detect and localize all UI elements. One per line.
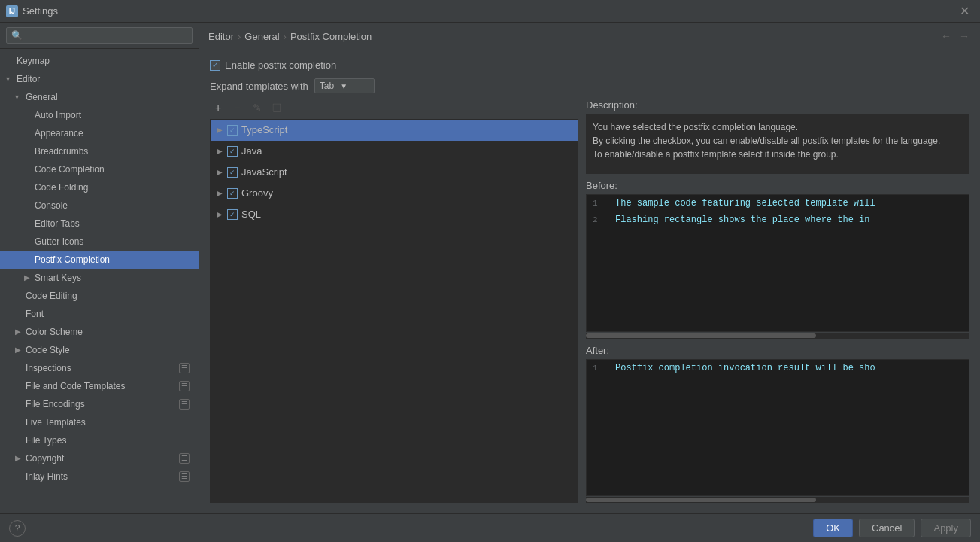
chevron-icon: ▶ [15,343,24,358]
sidebar-item-smart-keys[interactable]: ▶Smart Keys [0,269,199,287]
sidebar-label: Breadcrumbs [35,144,88,159]
sidebar-item-appearance[interactable]: Appearance [0,124,199,142]
after-section: After: 1 Postfix completion invocation r… [586,345,969,504]
lang-checkbox[interactable]: ✓ [227,146,238,157]
sidebar-label: Editor Tabs [35,216,80,231]
enable-row: Enable postfix completion [210,59,969,71]
sidebar-label: Appearance [35,126,83,141]
lang-name: Groovy [241,185,273,202]
sidebar-label: Editor [17,72,40,87]
sidebar-label: Keymap [17,53,50,69]
sidebar-label: Copyright [26,451,64,466]
sidebar-item-code-completion[interactable]: Code Completion [0,160,199,178]
before-section: Before: 1 The sample code featuring sele… [586,180,969,339]
main-split: + − ✎ ❑ ▶✓TypeScript▶✓Java▶✓JavaScript▶✓… [199,99,980,513]
edit-button[interactable]: ✎ [249,99,265,116]
right-panel: Description: You have selected the postf… [586,99,969,503]
sidebar-item-inlay-hints[interactable]: Inlay Hints☰ [0,467,199,486]
enable-checkbox[interactable] [210,60,220,71]
expand-selected: Tab [320,81,334,91]
before-scrollbar-thumb [586,333,816,338]
sidebar-item-file-types[interactable]: File Types [0,431,199,449]
sidebar-item-code-folding[interactable]: Code Folding [0,178,199,196]
sidebar-item-keymap[interactable]: Keymap [0,52,199,70]
lang-checkbox[interactable]: ✓ [227,188,238,199]
expand-dropdown[interactable]: Tab ▼ [314,78,375,93]
apply-button[interactable]: Apply [921,519,971,537]
lang-name: JavaScript [241,164,287,181]
lang-chevron-icon: ▶ [217,143,227,160]
sidebar-item-code-style[interactable]: ▶Code Style [0,341,199,359]
breadcrumb: Editor › General › Postfix Completion [208,31,939,42]
sidebar-item-general[interactable]: ▾General [0,88,199,106]
lang-name: Java [241,143,262,160]
lang-item-groovy[interactable]: ▶✓Groovy [211,183,578,204]
lang-checkbox[interactable]: ✓ [227,209,238,220]
lang-checkbox[interactable]: ✓ [227,167,238,178]
lang-chevron-icon: ▶ [217,185,227,202]
sidebar-item-postfix-completion[interactable]: Postfix Completion [0,251,199,269]
before-preview: 1 The sample code featuring selected tem… [586,194,969,332]
sidebar-item-code-editing[interactable]: Code Editing [0,287,199,305]
sidebar-item-live-templates[interactable]: Live Templates [0,413,199,431]
cancel-button[interactable]: Cancel [859,519,915,537]
lang-item-java[interactable]: ▶✓Java [211,141,578,162]
nav-forward[interactable]: → [957,29,971,44]
sidebar-item-auto-import[interactable]: Auto Import [0,106,199,124]
sidebar-item-file-code-templates[interactable]: File and Code Templates☰ [0,377,199,395]
lang-chevron-icon: ▶ [217,206,227,223]
after-line-num-1: 1 [593,360,608,376]
before-line-content-1: The sample code featuring selected templ… [615,195,875,212]
sidebar-label: Color Scheme [26,324,83,340]
nav-back[interactable]: ← [939,29,953,44]
sidebar: Keymap▾Editor▾GeneralAuto ImportAppearan… [0,23,199,513]
after-preview: 1 Postfix completion invocation result w… [586,359,969,497]
help-button[interactable]: ? [9,520,26,537]
sidebar-item-editor[interactable]: ▾Editor [0,70,199,88]
lang-checkbox[interactable]: ✓ [227,125,238,136]
sidebar-item-file-encodings[interactable]: File Encodings☰ [0,395,199,413]
sidebar-item-copyright[interactable]: ▶Copyright☰ [0,449,199,467]
description-section: Description: You have selected the postf… [586,99,969,174]
lang-name: SQL [241,206,261,223]
breadcrumb-sep-1: › [238,31,241,42]
desc-line3: To enable/disable a postfix template sel… [593,149,839,160]
before-label: Before: [586,180,969,191]
badge-icon: ☰ [179,361,190,376]
left-panel: + − ✎ ❑ ▶✓TypeScript▶✓Java▶✓JavaScript▶✓… [210,99,578,503]
add-button[interactable]: + [210,99,226,116]
main-container: Keymap▾Editor▾GeneralAuto ImportAppearan… [0,23,980,513]
sidebar-item-editor-tabs[interactable]: Editor Tabs [0,215,199,233]
lang-item-typescript[interactable]: ▶✓TypeScript [211,120,578,141]
search-input[interactable] [6,27,193,44]
sidebar-item-color-scheme[interactable]: ▶Color Scheme [0,323,199,341]
sidebar-label: Font [26,306,44,321]
sidebar-item-breadcrumbs[interactable]: Breadcrumbs [0,142,199,160]
close-button[interactable]: ✕ [955,2,974,20]
after-label: After: [586,345,969,356]
after-scrollbar-thumb [586,498,816,502]
lang-item-javascript[interactable]: ▶✓JavaScript [211,162,578,183]
ok-button[interactable]: OK [813,519,853,537]
copy-button[interactable]: ❑ [269,99,285,116]
description-label: Description: [586,99,969,111]
after-scrollbar[interactable] [586,497,969,503]
badge-icon: ☰ [179,469,190,484]
sidebar-item-console[interactable]: Console [0,196,199,215]
remove-button[interactable]: − [229,99,246,116]
sidebar-label: Code Style [26,343,70,358]
sidebar-label: Inspections [26,361,71,376]
chevron-icon: ▾ [6,72,15,87]
sidebar-label: Code Folding [35,180,88,195]
sidebar-label: Inlay Hints [26,469,68,484]
badge-icon: ☰ [179,451,190,466]
breadcrumb-sep-2: › [284,31,287,42]
sidebar-item-gutter-icons[interactable]: Gutter Icons [0,233,199,251]
badge-icon: ☰ [179,379,190,394]
toolbar: + − ✎ ❑ [210,99,578,116]
chevron-icon: ▾ [15,90,24,105]
sidebar-item-inspections[interactable]: Inspections☰ [0,359,199,377]
lang-item-sql[interactable]: ▶✓SQL [211,204,578,225]
before-scrollbar[interactable] [586,333,969,339]
sidebar-item-font[interactable]: Font [0,305,199,323]
